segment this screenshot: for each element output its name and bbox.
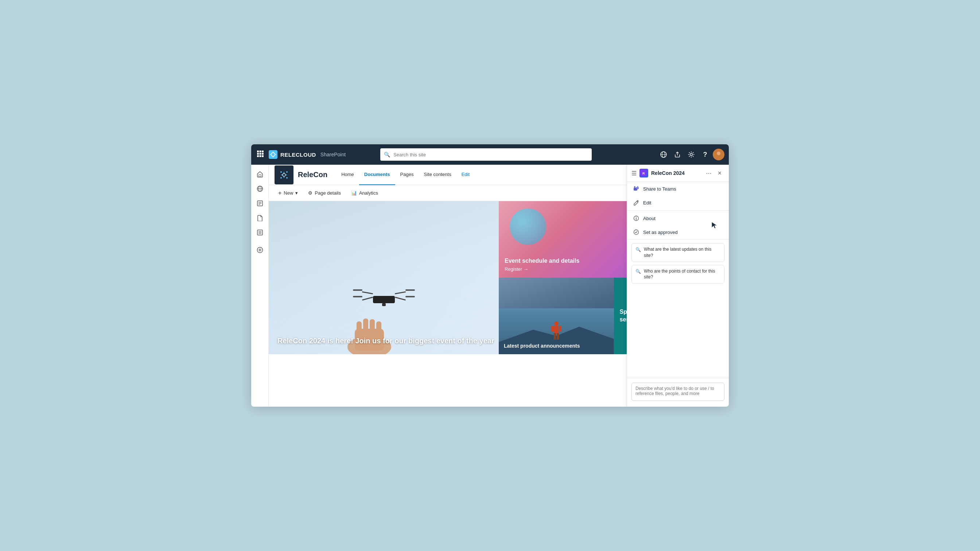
nav-edit[interactable]: Edit — [457, 165, 475, 185]
copilot-header: ☰ R ReleCon — [627, 165, 729, 182]
set-approved-item[interactable]: Set as approved — [627, 225, 729, 239]
sidebar-add-icon[interactable] — [253, 243, 267, 257]
dropdown-divider — [627, 210, 729, 211]
share-icon-btn[interactable] — [671, 148, 684, 161]
svg-rect-37 — [277, 168, 291, 181]
svg-rect-8 — [262, 155, 264, 157]
hero-main-text: ReleCon 2024 is here! Join us for our bi… — [277, 336, 495, 345]
copilot-close-button[interactable]: × — [715, 168, 724, 178]
svg-point-18 — [690, 153, 692, 156]
sidebar-file-icon[interactable] — [253, 211, 267, 224]
suggestion-2[interactable]: 🔍 Who are the points of contact for this… — [632, 265, 724, 284]
suggestion-1[interactable]: 🔍 What are the latest updates on this si… — [632, 243, 724, 262]
analytics-label: Analytics — [359, 190, 378, 196]
set-approved-label: Set as approved — [643, 230, 678, 235]
teams-icon — [633, 186, 640, 192]
browser-window: RELECLOUD SharePoint 🔍 — [251, 144, 729, 407]
copilot-panel: ☰ R ReleCon — [627, 165, 729, 407]
svg-point-53 — [554, 321, 558, 326]
svg-rect-58 — [557, 333, 559, 340]
hero-main-tile: ReleCon 2024 is here! Join us for our bi… — [269, 201, 499, 354]
about-item[interactable]: About — [627, 211, 729, 225]
nav-pages[interactable]: Pages — [395, 165, 419, 185]
left-sidebar — [251, 165, 269, 407]
brand-name: RELECLOUD — [280, 152, 316, 158]
svg-text:R: R — [643, 171, 645, 175]
svg-point-43 — [280, 171, 282, 173]
svg-rect-6 — [257, 155, 259, 157]
svg-rect-3 — [257, 153, 259, 154]
svg-rect-57 — [554, 333, 556, 340]
copilot-input[interactable] — [632, 383, 724, 401]
waffle-icon[interactable] — [256, 149, 265, 160]
page-details-label: Page details — [315, 190, 341, 196]
top-bar: RELECLOUD SharePoint 🔍 — [251, 144, 729, 165]
copilot-menu-icon[interactable]: ☰ — [632, 170, 636, 177]
nav-site-contents[interactable]: Site contents — [418, 165, 456, 185]
info-icon — [633, 215, 640, 222]
edit-label: Edit — [643, 200, 651, 205]
nav-documents[interactable]: Documents — [359, 165, 395, 185]
svg-rect-62 — [636, 187, 639, 189]
copilot-header-actions: ··· × — [704, 168, 724, 178]
about-label: About — [643, 216, 655, 221]
search-input[interactable] — [380, 148, 592, 161]
sidebar-home-icon[interactable] — [253, 168, 267, 181]
site-logo — [275, 165, 293, 184]
svg-rect-1 — [259, 151, 261, 152]
svg-rect-0 — [257, 151, 259, 152]
nav-home[interactable]: Home — [336, 165, 359, 185]
edit-icon — [633, 199, 640, 206]
hero-product-tile: Latest product announcements — [499, 278, 614, 354]
search-icon: 🔍 — [384, 152, 390, 157]
sidebar-list-icon[interactable] — [253, 226, 267, 239]
avatar[interactable] — [713, 149, 724, 160]
gear-icon: ⚙ — [308, 190, 312, 196]
hero-top-right-text: Event schedule and details Register → — [504, 258, 579, 272]
language-icon-btn[interactable] — [657, 148, 670, 161]
svg-rect-52 — [376, 321, 381, 332]
main-layout: ReleCon Home Documents Pages Site conten… — [251, 165, 729, 407]
svg-rect-4 — [259, 153, 261, 154]
copilot-title: ReleCon 2024 — [651, 170, 701, 176]
edit-item[interactable]: Edit — [627, 196, 729, 210]
help-icon-btn[interactable]: ? — [699, 148, 711, 161]
new-chevron-icon: ▾ — [295, 190, 298, 196]
plus-icon: + — [278, 190, 282, 197]
copilot-input-area — [627, 378, 729, 407]
svg-point-44 — [286, 171, 288, 173]
settings-icon-btn[interactable] — [685, 148, 697, 161]
register-link[interactable]: Register → — [504, 267, 579, 272]
suggestion-1-text: What are the latest updates on this site… — [644, 246, 721, 259]
svg-rect-55 — [551, 326, 554, 332]
svg-point-45 — [280, 177, 282, 179]
svg-rect-5 — [262, 153, 264, 154]
svg-rect-54 — [554, 326, 558, 334]
analytics-button[interactable]: 📊 Analytics — [347, 188, 382, 197]
svg-point-46 — [286, 177, 288, 179]
new-label: New — [284, 190, 293, 196]
site-name: ReleCon — [298, 170, 328, 179]
content-area: ReleCon Home Documents Pages Site conten… — [269, 165, 729, 407]
sidebar-globe-icon[interactable] — [253, 182, 267, 195]
sharepoint-label: SharePoint — [320, 152, 345, 157]
svg-rect-22 — [259, 175, 261, 177]
copilot-more-button[interactable]: ··· — [704, 168, 713, 178]
sidebar-pages-icon[interactable] — [253, 197, 267, 210]
approved-icon — [633, 229, 640, 235]
hero-product-text: Latest product announcements — [504, 343, 580, 349]
page-details-button[interactable]: ⚙ Page details — [304, 188, 345, 197]
new-button[interactable]: + New ▾ — [275, 188, 302, 198]
svg-point-64 — [637, 186, 638, 187]
search-suggestion-icon-1: 🔍 — [635, 247, 641, 253]
hero-main-heading: ReleCon 2024 is here! Join us for our bi… — [277, 336, 495, 345]
svg-rect-49 — [356, 321, 362, 334]
svg-rect-51 — [370, 319, 375, 332]
svg-rect-56 — [559, 326, 562, 332]
svg-rect-50 — [363, 319, 368, 332]
copilot-dropdown: Share to Teams — [627, 182, 729, 240]
share-to-teams-item[interactable]: Share to Teams — [627, 182, 729, 196]
search-suggestion-icon-2: 🔍 — [635, 268, 641, 275]
brand: RELECLOUD SharePoint — [269, 150, 345, 159]
svg-rect-2 — [262, 151, 264, 152]
